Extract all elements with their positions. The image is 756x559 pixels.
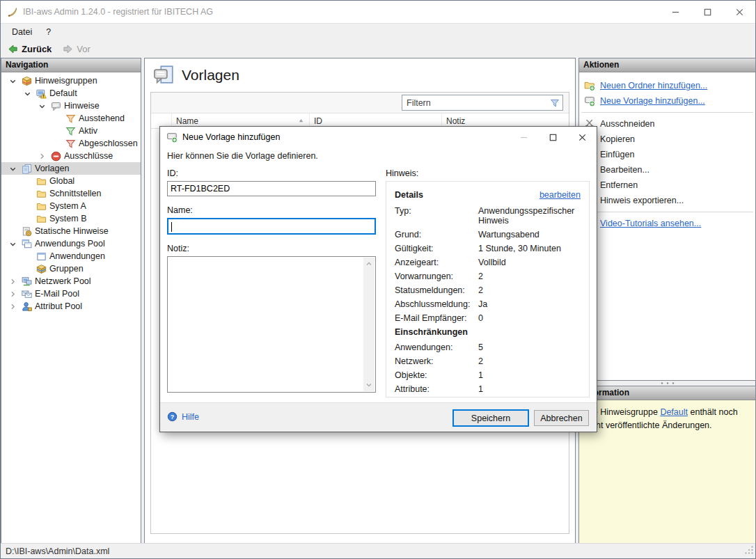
nav-item-aktiv[interactable]: Aktiv [1, 125, 141, 137]
nav-item-gruppen[interactable]: Gruppen [1, 262, 141, 275]
action-neue-vorlage-hinzufügen[interactable]: Neue Vorlage hinzufügen... [579, 93, 755, 109]
nav-item-label: Attribut Pool [35, 301, 82, 311]
folder-icon [36, 189, 47, 199]
window-icon [36, 251, 47, 262]
speech-bubble-icon [51, 101, 61, 111]
minimize-button[interactable] [659, 1, 691, 23]
nav-item-e-mail-pool[interactable]: E-Mail Pool [1, 288, 141, 300]
action-label: Ausschneiden [600, 119, 655, 129]
nav-item-label: System A [49, 201, 86, 211]
detail-row-gültigkeit: Gültigkeit:1 Stunde, 30 Minuten [395, 244, 581, 253]
exclude-icon [51, 151, 61, 162]
action-kopieren[interactable]: Kopieren [579, 132, 755, 147]
back-button[interactable]: Zurück [4, 44, 55, 54]
nav-item-attribut-pool[interactable]: Attribut Pool [1, 300, 141, 313]
close-button[interactable] [723, 1, 755, 23]
chevron-down-icon[interactable] [8, 77, 18, 86]
note-textarea[interactable] [167, 256, 376, 393]
folder-icon [36, 176, 47, 187]
chevron-right-icon[interactable] [37, 152, 47, 161]
nav-item-system-a[interactable]: System A [1, 200, 141, 212]
nav-item-hinweise[interactable]: Hinweise [1, 100, 141, 112]
default-group-link[interactable]: Default [660, 407, 688, 417]
nav-item-default[interactable]: Default [1, 87, 141, 100]
dialog-controls [509, 127, 597, 148]
nav-item-schnittstellen[interactable]: Schnittstellen [1, 187, 141, 200]
details-head: Details bearbeiten [395, 190, 581, 200]
detail-row-objekte: Objekte:1 [395, 370, 581, 380]
nav-item-statische-hinweise[interactable]: Statische Hinweise [1, 225, 141, 237]
nav-item-anwendungs-pool[interactable]: Anwendungs Pool [1, 237, 141, 250]
dialog-maximize-button[interactable] [538, 127, 567, 148]
funnel-active-icon [65, 126, 76, 136]
minimize-icon [670, 7, 681, 17]
cancel-button[interactable]: Abbrechen [534, 410, 589, 426]
maximize-button[interactable] [691, 1, 723, 23]
menu-item-datei[interactable]: Datei [5, 24, 39, 40]
scroll-down-icon[interactable] [365, 381, 373, 389]
chevron-down-icon[interactable] [22, 89, 33, 98]
filter-input[interactable] [402, 98, 547, 108]
scroll-up-icon[interactable] [365, 260, 373, 268]
chevron-down-icon[interactable] [8, 164, 18, 173]
name-input[interactable] [167, 218, 376, 235]
nav-item-label: Anwendungs Pool [35, 239, 105, 249]
folder-icon [36, 201, 47, 212]
action-label: Neuen Ordner hinzufügen... [600, 81, 707, 90]
information-panel: Information Die Hinweisgruppe Default en… [578, 386, 756, 544]
nav-item-vorlagen[interactable]: Vorlagen [1, 162, 141, 175]
action-ausschneiden[interactable]: Ausschneiden [579, 116, 755, 132]
nav-item-label: Gruppen [49, 264, 84, 274]
menu-item-help[interactable]: ? [39, 24, 58, 40]
dialog-close-button[interactable] [567, 127, 597, 148]
filter-funnel-icon[interactable] [547, 98, 562, 108]
maximize-icon [548, 132, 558, 143]
action-neuen-ordner-hinzufügen[interactable]: Neuen Ordner hinzufügen... [579, 78, 755, 93]
nav-item-hinweisgruppen[interactable]: Hinweisgruppen [1, 74, 141, 87]
app-window: IBI-aws Admin 1.24.0 - registriert für I… [0, 0, 756, 559]
save-button[interactable]: Speichern [452, 409, 529, 427]
detail-row-vorwarnungen: Vorwarnungen:2 [395, 271, 581, 281]
nav-item-abgeschlossen[interactable]: Abgeschlossen [1, 137, 141, 150]
name-label: Name: [167, 205, 376, 215]
chevron-right-icon[interactable] [8, 277, 18, 286]
text-caret [171, 222, 172, 232]
close-icon [734, 7, 745, 17]
restriction-rows: Anwendungen:5Netzwerk:2Objekte:1Attribut… [395, 343, 581, 394]
action-einfügen[interactable]: Einfügen [579, 147, 755, 162]
nav-item-netzwerk-pool[interactable]: Netzwerk Pool [1, 275, 141, 288]
nav-item-ausstehend[interactable]: Ausstehend [1, 112, 141, 125]
nav-item-global[interactable]: Global [1, 175, 141, 187]
splitter-grip[interactable] [578, 381, 756, 386]
nav-item-label: Vorlagen [35, 164, 69, 173]
navigation-toolbar: Zurück Vor [1, 40, 755, 58]
forward-button[interactable]: Vor [59, 44, 94, 54]
id-input[interactable] [167, 181, 376, 196]
navigation-tree: HinweisgruppenDefaultHinweiseAusstehendA… [1, 72, 141, 313]
nav-item-system-b[interactable]: System B [1, 212, 141, 225]
bearbeiten-link[interactable]: bearbeiten [540, 190, 581, 200]
back-arrow-icon [8, 44, 18, 54]
note-scrollbar[interactable] [363, 258, 375, 391]
chevron-right-icon[interactable] [8, 302, 18, 311]
action-label: Hinweis exportieren... [600, 196, 684, 205]
chevron-right-icon[interactable] [8, 290, 18, 299]
detail-row-abschlussmeldung: Abschlussmeldung:Ja [395, 299, 581, 309]
nav-item-label: Abgeschlossen [79, 139, 138, 148]
folder-icon [36, 214, 47, 224]
nav-item-anwendungen[interactable]: Anwendungen [1, 250, 141, 262]
action-entfernen[interactable]: Entfernen [579, 178, 755, 193]
menubar: Datei ? [1, 23, 755, 40]
nav-item-ausschlüsse[interactable]: Ausschlüsse [1, 150, 141, 162]
detail-row-e-mail-empfänger: E-Mail Empfänger:0 [395, 313, 581, 323]
sort-asc-icon [297, 117, 305, 125]
resize-grip[interactable] [745, 546, 754, 557]
detail-row-attribute: Attribute:1 [395, 384, 581, 394]
chevron-down-icon[interactable] [37, 102, 47, 111]
action-bearbeiten[interactable]: Bearbeiten... [579, 162, 755, 178]
action-hinweis-exportieren[interactable]: Hinweis exportieren... [579, 193, 755, 208]
nav-item-label: Ausschlüsse [64, 151, 113, 161]
chevron-down-icon[interactable] [8, 239, 18, 249]
help-link[interactable]: ? Hilfe [167, 411, 199, 422]
action-video-tutorials-ansehen[interactable]: Video-Tutorials ansehen... [579, 216, 755, 231]
